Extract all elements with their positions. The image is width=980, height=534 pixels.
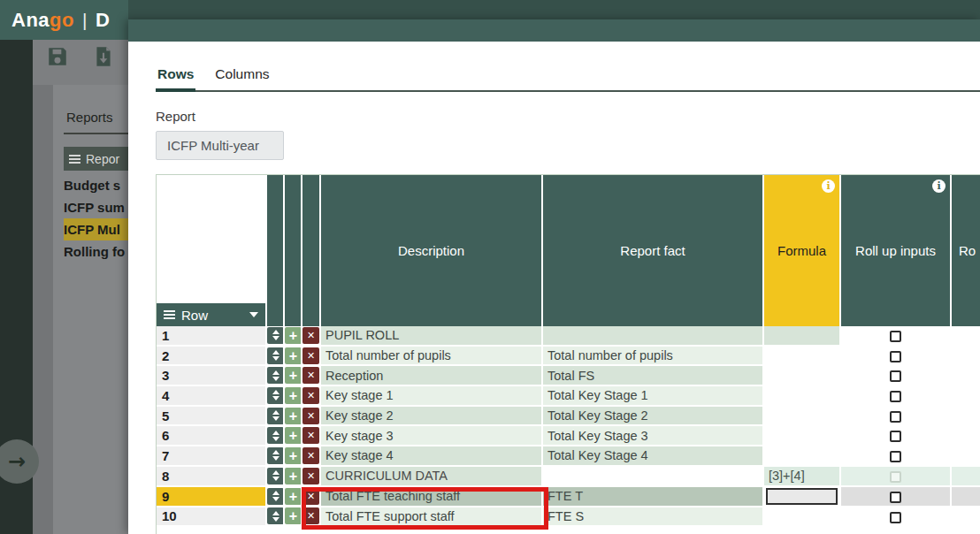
- move-row-button[interactable]: [267, 408, 284, 424]
- delete-row-button[interactable]: ✕: [302, 387, 319, 404]
- table-row: 4 + ✕ Key stage 1 Total Key Stage 1: [157, 386, 980, 407]
- description-cell[interactable]: PUPIL ROLL: [321, 326, 543, 347]
- delete-row-button[interactable]: ✕: [302, 488, 319, 505]
- move-row-button[interactable]: [267, 427, 284, 444]
- add-row-button[interactable]: +: [285, 367, 302, 384]
- formula-cell[interactable]: [3]+[4]: [764, 467, 841, 487]
- row-number-cell[interactable]: 6: [157, 426, 267, 446]
- formula-input[interactable]: [766, 488, 838, 505]
- add-row-button[interactable]: +: [285, 408, 302, 424]
- sidebar-item-icfp-multi-year[interactable]: ICFP Mul: [64, 218, 128, 240]
- tab-rows[interactable]: Rows: [156, 66, 195, 92]
- row-number-cell[interactable]: 2: [157, 347, 267, 367]
- move-row-button[interactable]: [267, 507, 284, 524]
- info-icon[interactable]: i: [822, 179, 835, 193]
- formula-cell[interactable]: [764, 426, 841, 446]
- roll-up-checkbox[interactable]: [890, 370, 901, 382]
- formula-cell[interactable]: [764, 507, 841, 528]
- move-row-button[interactable]: [267, 327, 284, 344]
- roll-up-checkbox[interactable]: [890, 351, 901, 362]
- roll-up-checkbox[interactable]: [890, 492, 901, 503]
- add-row-button[interactable]: +: [285, 488, 302, 505]
- report-fact-cell[interactable]: Total Key Stage 1: [543, 386, 764, 407]
- roll-up-checkbox-disabled: [890, 471, 901, 483]
- truncated-cell: [952, 426, 980, 446]
- roll-up-checkbox[interactable]: [890, 512, 901, 523]
- row-menu-button[interactable]: Row: [157, 303, 265, 326]
- description-cell[interactable]: Total FTE support staff: [321, 507, 543, 528]
- row-number-cell[interactable]: 10: [157, 507, 267, 528]
- reports-sidebar: Reports Repor Budget s ICFP sum ICFP Mul…: [53, 85, 128, 534]
- report-input[interactable]: ICFP Multi-year: [156, 131, 284, 160]
- report-fact-cell[interactable]: Total FS: [543, 366, 764, 386]
- description-cell[interactable]: Key stage 4: [321, 446, 543, 467]
- delete-row-button[interactable]: ✕: [302, 507, 319, 524]
- delete-row-button[interactable]: ✕: [302, 347, 319, 364]
- roll-up-checkbox[interactable]: [890, 331, 901, 342]
- description-cell[interactable]: Key stage 1: [321, 386, 543, 407]
- roll-up-checkbox[interactable]: [890, 431, 901, 442]
- row-number-cell[interactable]: 3: [157, 366, 267, 386]
- row-number-cell[interactable]: 8: [157, 467, 267, 487]
- formula-cell[interactable]: [764, 386, 841, 407]
- roll-up-checkbox[interactable]: [890, 411, 901, 423]
- formula-cell[interactable]: [764, 326, 841, 347]
- report-fact-cell[interactable]: [543, 326, 764, 347]
- add-row-button[interactable]: +: [285, 468, 302, 484]
- delete-row-button[interactable]: ✕: [302, 468, 319, 484]
- description-cell[interactable]: Reception: [321, 366, 543, 386]
- formula-cell[interactable]: [764, 366, 841, 386]
- save-icon[interactable]: [46, 45, 69, 68]
- app-header: Anago|D: [0, 0, 128, 40]
- description-cell[interactable]: Total FTE teaching staff: [321, 487, 543, 507]
- move-row-button[interactable]: [267, 488, 284, 505]
- row-number-cell[interactable]: 9: [157, 487, 267, 507]
- report-fact-cell[interactable]: Total Key Stage 3: [543, 426, 764, 446]
- report-fact-cell[interactable]: [543, 467, 764, 487]
- formula-cell[interactable]: [764, 446, 841, 467]
- description-cell[interactable]: Total number of pupils: [321, 347, 543, 367]
- move-row-button[interactable]: [267, 468, 284, 484]
- add-row-button[interactable]: +: [285, 507, 302, 524]
- roll-up-checkbox[interactable]: [890, 451, 901, 462]
- sidebar-item-icfp-summary[interactable]: ICFP sum: [64, 196, 128, 218]
- delete-row-button[interactable]: ✕: [302, 427, 319, 444]
- sidebar-tab-reports[interactable]: Reports: [66, 110, 113, 125]
- row-number-cell[interactable]: 1: [157, 326, 267, 347]
- sidebar-item-rolling-forecast[interactable]: Rolling fo: [64, 240, 128, 263]
- row-number-cell[interactable]: 5: [157, 407, 267, 427]
- delete-row-button[interactable]: ✕: [302, 367, 319, 384]
- add-row-button[interactable]: +: [285, 387, 302, 404]
- add-row-button[interactable]: +: [285, 347, 302, 364]
- description-cell[interactable]: CURRICULUM DATA: [321, 467, 543, 487]
- add-row-button[interactable]: +: [285, 327, 302, 344]
- move-row-button[interactable]: [267, 347, 284, 364]
- formula-cell[interactable]: [764, 347, 841, 367]
- report-fact-cell[interactable]: FTE S: [543, 507, 764, 528]
- row-number-cell[interactable]: 7: [157, 446, 267, 467]
- delete-row-button[interactable]: ✕: [302, 408, 319, 424]
- report-fact-cell[interactable]: Total Key Stage 2: [543, 407, 764, 427]
- add-row-button[interactable]: +: [285, 447, 302, 464]
- row-number-cell[interactable]: 4: [157, 386, 267, 407]
- info-icon[interactable]: i: [932, 179, 946, 193]
- sidebar-item-budget-summary[interactable]: Budget s: [64, 174, 128, 196]
- move-row-button[interactable]: [267, 387, 284, 404]
- hamburger-icon: [164, 314, 175, 316]
- tab-columns[interactable]: Columns: [213, 66, 271, 90]
- arrow-right-icon: →: [8, 449, 26, 474]
- download-icon[interactable]: [92, 45, 115, 68]
- description-cell[interactable]: Key stage 3: [321, 426, 543, 446]
- roll-up-checkbox[interactable]: [890, 391, 901, 402]
- description-cell[interactable]: Key stage 2: [321, 407, 543, 427]
- sidebar-list-header[interactable]: Repor: [64, 147, 128, 171]
- report-fact-cell[interactable]: Total Key Stage 4: [543, 446, 764, 467]
- report-fact-cell[interactable]: Total number of pupils: [543, 347, 764, 367]
- report-fact-cell[interactable]: FTE T: [543, 487, 764, 507]
- delete-row-button[interactable]: ✕: [302, 447, 319, 464]
- move-row-button[interactable]: [267, 367, 284, 384]
- delete-row-button[interactable]: ✕: [302, 327, 319, 344]
- add-row-button[interactable]: +: [285, 427, 302, 444]
- formula-cell[interactable]: [764, 407, 841, 427]
- move-row-button[interactable]: [267, 447, 284, 464]
